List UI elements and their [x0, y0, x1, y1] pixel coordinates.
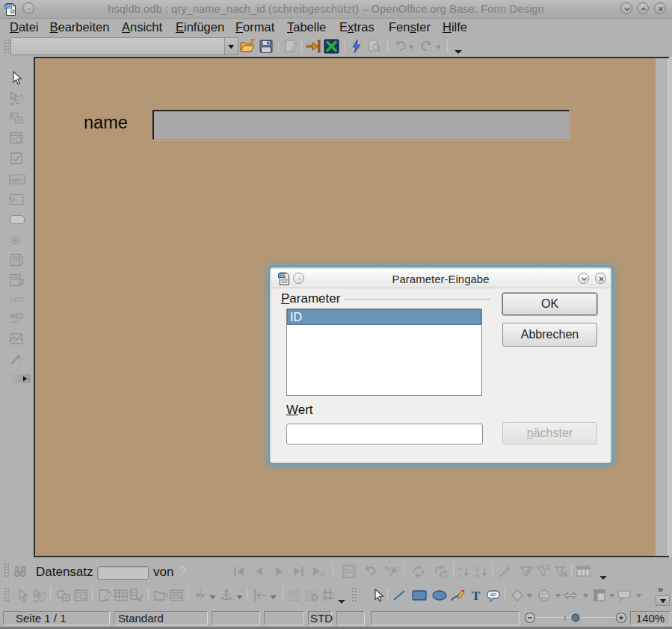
svg-text:Z: Z [457, 572, 461, 579]
svg-text:a: a [179, 595, 182, 600]
svg-text:F: F [76, 595, 79, 600]
svg-text:F: F [12, 137, 15, 143]
svg-text:»: » [658, 584, 663, 595]
svg-text:T: T [472, 589, 481, 603]
svg-text:A: A [475, 572, 480, 579]
svg-text:ABC: ABC [11, 177, 24, 184]
svg-text:A: A [457, 566, 462, 572]
svg-text:#.: #. [12, 196, 17, 204]
svg-text:ABC: ABC [10, 295, 25, 303]
svg-text:Z: Z [475, 566, 479, 572]
